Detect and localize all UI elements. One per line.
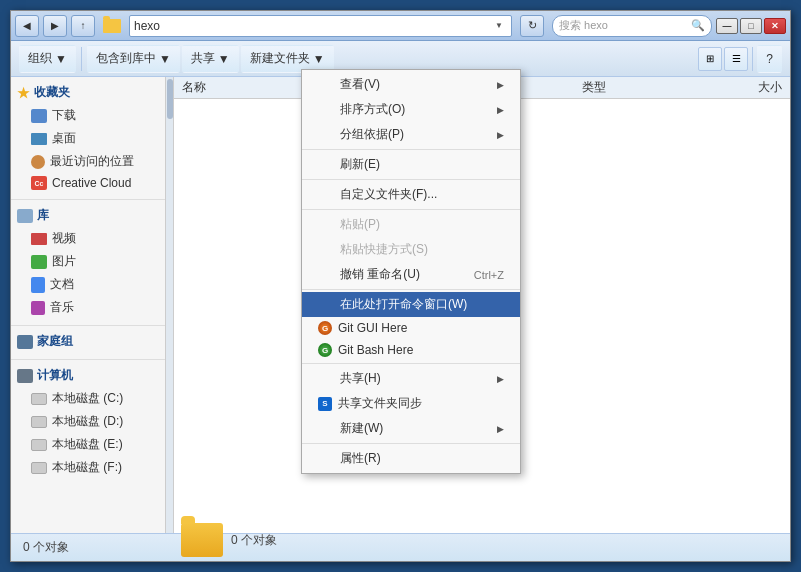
sidebar-divider-1 <box>11 199 165 200</box>
new-submenu-arrow: ▶ <box>497 424 504 434</box>
homegroup-icon <box>17 335 33 349</box>
music-icon <box>31 301 45 315</box>
up-button[interactable]: ↑ <box>71 15 95 37</box>
computer-icon <box>17 369 33 383</box>
favorites-header[interactable]: ★ 收藏夹 <box>11 81 165 104</box>
menu-item-view[interactable]: 查看(V) ▶ <box>302 72 520 97</box>
menu-item-share[interactable]: 共享(H) ▶ <box>302 366 520 391</box>
share-arrow-icon: ▼ <box>218 52 230 66</box>
window-controls: — □ ✕ <box>716 18 786 34</box>
sidebar-item-images[interactable]: 图片 <box>11 250 165 273</box>
menu-item-sync-folder[interactable]: S 共享文件夹同步 <box>302 391 520 416</box>
status-count: 0 个对象 <box>23 539 69 556</box>
column-size[interactable]: 大小 <box>702 79 782 96</box>
doc-icon <box>31 277 45 293</box>
forward-button[interactable]: ▶ <box>43 15 67 37</box>
address-dropdown-arrow[interactable]: ▼ <box>491 18 507 34</box>
git-bash-icon: G <box>318 343 332 357</box>
context-menu: 查看(V) ▶ 排序方式(O) ▶ 分组依据(P) ▶ 刷新(E) <box>301 69 521 474</box>
status-bar: 0 个对象 <box>11 533 790 561</box>
new-folder-arrow-icon: ▼ <box>313 52 325 66</box>
menu-item-undo-rename[interactable]: 撤销 重命名(U) Ctrl+Z <box>302 262 520 287</box>
image-icon <box>31 255 47 269</box>
menu-item-paste-shortcut[interactable]: 粘贴快捷方式(S) <box>302 237 520 262</box>
sidebar-item-drive-c[interactable]: 本地磁盘 (C:) <box>11 387 165 410</box>
search-placeholder: 搜索 hexo <box>559 18 691 33</box>
menu-item-properties[interactable]: 属性(R) <box>302 446 520 471</box>
homegroup-header[interactable]: 家庭组 <box>11 330 165 353</box>
sort-submenu-arrow: ▶ <box>497 105 504 115</box>
drive-f-icon <box>31 462 47 474</box>
include-library-button[interactable]: 包含到库中 ▼ <box>87 45 180 73</box>
sort-menu-icon <box>318 102 334 118</box>
sidebar-item-videos[interactable]: 视频 <box>11 227 165 250</box>
computer-header[interactable]: 计算机 <box>11 364 165 387</box>
menu-item-refresh[interactable]: 刷新(E) <box>302 152 520 177</box>
drive-e-icon <box>31 439 47 451</box>
menu-separator-1 <box>302 149 520 150</box>
creative-cloud-icon: Cc <box>31 176 47 190</box>
sidebar-item-desktop[interactable]: 桌面 <box>11 127 165 150</box>
view-buttons: ⊞ ☰ ? <box>698 45 782 73</box>
menu-separator-6 <box>302 443 520 444</box>
big-folder-area: 0 个对象 <box>181 523 277 557</box>
minimize-button[interactable]: — <box>716 18 738 34</box>
menu-separator-2 <box>302 179 520 180</box>
library-header[interactable]: 库 <box>11 204 165 227</box>
sidebar-divider-2 <box>11 325 165 326</box>
menu-item-sort-by[interactable]: 排序方式(O) ▶ <box>302 97 520 122</box>
menu-item-git-bash[interactable]: G Git Bash Here <box>302 339 520 361</box>
close-button[interactable]: ✕ <box>764 18 786 34</box>
sidebar-item-downloads[interactable]: 下载 <box>11 104 165 127</box>
drive-d-icon <box>31 416 47 428</box>
menu-separator-4 <box>302 289 520 290</box>
folder-count-label: 0 个对象 <box>231 532 277 549</box>
sidebar-item-recent[interactable]: 最近访问的位置 <box>11 150 165 173</box>
view-details-button[interactable]: ☰ <box>724 47 748 71</box>
library-section: 库 视频 图片 文档 音乐 <box>11 204 165 319</box>
address-bar[interactable]: hexo ▼ <box>129 15 512 37</box>
share-submenu-arrow: ▶ <box>497 374 504 384</box>
back-button[interactable]: ◀ <box>15 15 39 37</box>
organize-arrow-icon: ▼ <box>55 52 67 66</box>
view-submenu-arrow: ▶ <box>497 80 504 90</box>
search-icon[interactable]: 🔍 <box>691 19 705 32</box>
undo-menu-icon <box>318 267 334 283</box>
menu-item-paste[interactable]: 粘贴(P) <box>302 212 520 237</box>
menu-separator-5 <box>302 363 520 364</box>
refresh-menu-icon <box>318 157 334 173</box>
view-tiles-button[interactable]: ⊞ <box>698 47 722 71</box>
computer-section: 计算机 本地磁盘 (C:) 本地磁盘 (D:) 本地磁盘 (E:) 本地磁盘 (… <box>11 364 165 479</box>
sidebar-item-drive-e[interactable]: 本地磁盘 (E:) <box>11 433 165 456</box>
maximize-button[interactable]: □ <box>740 18 762 34</box>
sidebar-scrollbar[interactable] <box>166 77 174 533</box>
recent-icon <box>31 155 45 169</box>
sidebar-item-docs[interactable]: 文档 <box>11 273 165 296</box>
download-icon <box>31 109 47 123</box>
column-type[interactable]: 类型 <box>582 79 702 96</box>
sidebar: ★ 收藏夹 下载 桌面 最近访问的位置 Cc Creative Clo <box>11 77 166 533</box>
title-bar-left: ◀ ▶ ↑ hexo ▼ ↻ 搜索 hexo 🔍 <box>15 15 712 37</box>
scrollbar-thumb[interactable] <box>167 79 173 119</box>
menu-separator-3 <box>302 209 520 210</box>
organize-button[interactable]: 组织 ▼ <box>19 45 76 73</box>
toolbar-separator-1 <box>81 47 82 71</box>
properties-menu-icon <box>318 451 334 467</box>
sidebar-item-drive-f[interactable]: 本地磁盘 (F:) <box>11 456 165 479</box>
menu-item-new[interactable]: 新建(W) ▶ <box>302 416 520 441</box>
help-button[interactable]: ? <box>757 45 782 73</box>
sidebar-item-creative-cloud[interactable]: Cc Creative Cloud <box>11 173 165 193</box>
new-menu-icon <box>318 421 334 437</box>
menu-item-customize[interactable]: 自定义文件夹(F)... <box>302 182 520 207</box>
menu-item-open-cmd[interactable]: 在此处打开命令窗口(W) <box>302 292 520 317</box>
search-bar[interactable]: 搜索 hexo 🔍 <box>552 15 712 37</box>
refresh-button[interactable]: ↻ <box>520 15 544 37</box>
menu-item-group-by[interactable]: 分组依据(P) ▶ <box>302 122 520 147</box>
big-folder-icon <box>181 523 223 557</box>
menu-item-git-gui[interactable]: G Git GUI Here <box>302 317 520 339</box>
sidebar-item-music[interactable]: 音乐 <box>11 296 165 319</box>
star-icon: ★ <box>17 85 30 101</box>
sidebar-item-drive-d[interactable]: 本地磁盘 (D:) <box>11 410 165 433</box>
share-button[interactable]: 共享 ▼ <box>182 45 239 73</box>
include-arrow-icon: ▼ <box>159 52 171 66</box>
